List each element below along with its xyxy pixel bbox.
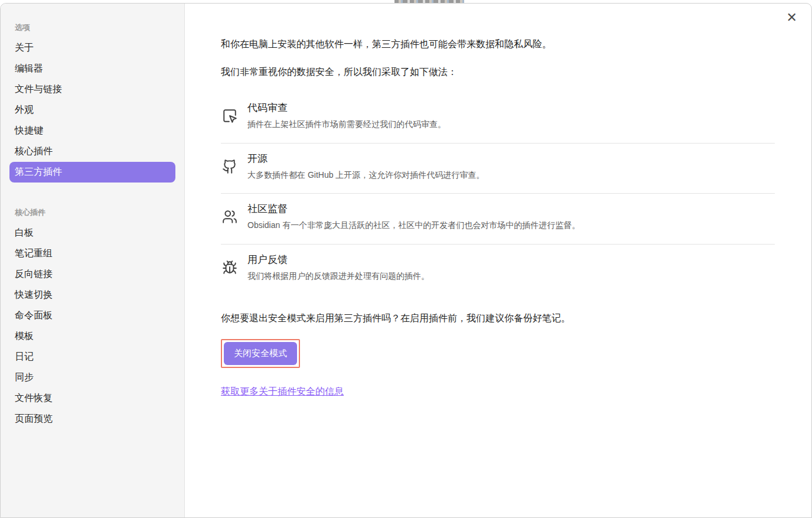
feature-desc: Obsidian 有一个非常庞大且活跃的社区，社区中的开发者们也会对市场中的插件… (247, 220, 580, 232)
sidebar-item-editor[interactable]: 编辑器 (9, 58, 175, 79)
intro-measures-text: 我们非常重视你的数据安全，所以我们采取了如下做法： (221, 66, 775, 79)
feature-text: 代码审查 插件在上架社区插件市场前需要经过我们的代码审查。 (247, 101, 446, 131)
button-highlight-annotation: 关闭安全模式 (221, 339, 300, 368)
feature-open-source: 开源 大多数插件都在 GitHub 上开源，这允许你对插件代码进行审查。 (221, 144, 775, 194)
sidebar-item-third-party-plugins[interactable]: 第三方插件 (9, 162, 175, 183)
feature-text: 开源 大多数插件都在 GitHub 上开源，这允许你对插件代码进行审查。 (247, 152, 484, 181)
sidebar-section-options-header: 选项 (15, 21, 170, 34)
bug-icon (222, 260, 237, 275)
users-icon (222, 209, 237, 224)
sidebar-item-hotkeys[interactable]: 快捷键 (9, 120, 175, 141)
sidebar-item-file-recovery[interactable]: 文件恢复 (9, 388, 175, 409)
feature-text: 社区监督 Obsidian 有一个非常庞大且活跃的社区，社区中的开发者们也会对市… (247, 202, 580, 232)
settings-sidebar: 选项 关于 编辑器 文件与链接 外观 快捷键 核心插件 第三方插件 核心插件 白… (1, 4, 185, 517)
sidebar-section-core-plugins-header: 核心插件 (15, 206, 170, 219)
safety-measures-list: 代码审查 插件在上架社区插件市场前需要经过我们的代码审查。 开源 大多数插件都在… (221, 93, 775, 294)
feature-title: 代码审查 (247, 101, 446, 115)
github-icon (222, 159, 237, 174)
sidebar-item-about[interactable]: 关于 (9, 38, 175, 58)
sidebar-item-sync[interactable]: 同步 (9, 367, 175, 388)
feature-title: 开源 (247, 152, 484, 165)
feature-desc: 大多数插件都在 GitHub 上开源，这允许你对插件代码进行审查。 (247, 170, 484, 181)
sidebar-item-appearance[interactable]: 外观 (9, 100, 175, 120)
feature-text: 用户反馈 我们将根据用户的反馈跟进并处理有问题的插件。 (247, 253, 429, 282)
safe-mode-question-text: 你想要退出安全模式来启用第三方插件吗？在启用插件前，我们建议你备份好笔记。 (221, 312, 775, 325)
sidebar-item-templates[interactable]: 模板 (9, 326, 175, 347)
feature-desc: 插件在上架社区插件市场前需要经过我们的代码审查。 (247, 119, 446, 131)
inspect-code-icon (222, 108, 237, 123)
feature-community-oversight: 社区监督 Obsidian 有一个非常庞大且活跃的社区，社区中的开发者们也会对市… (221, 194, 775, 245)
sidebar-item-note-composer[interactable]: 笔记重组 (9, 243, 175, 264)
sidebar-item-backlinks[interactable]: 反向链接 (9, 264, 175, 285)
sidebar-item-core-plugins[interactable]: 核心插件 (9, 141, 175, 162)
settings-dialog: 选项 关于 编辑器 文件与链接 外观 快捷键 核心插件 第三方插件 核心插件 白… (0, 3, 812, 518)
close-icon[interactable]: ✕ (784, 9, 800, 27)
turn-off-safe-mode-button[interactable]: 关闭安全模式 (224, 342, 297, 365)
feature-title: 社区监督 (247, 202, 580, 216)
feature-desc: 我们将根据用户的反馈跟进并处理有问题的插件。 (247, 271, 429, 282)
feature-title: 用户反馈 (247, 253, 429, 266)
intro-risk-text: 和你在电脑上安装的其他软件一样，第三方插件也可能会带来数据和隐私风险。 (221, 38, 775, 51)
plugin-security-info-link[interactable]: 获取更多关于插件安全的信息 (221, 386, 344, 396)
sidebar-item-page-preview[interactable]: 页面预览 (9, 409, 175, 429)
sidebar-item-files-links[interactable]: 文件与链接 (9, 79, 175, 100)
sidebar-item-command-palette[interactable]: 命令面板 (9, 305, 175, 326)
feature-user-feedback: 用户反馈 我们将根据用户的反馈跟进并处理有问题的插件。 (221, 245, 775, 295)
sidebar-item-quick-switcher[interactable]: 快速切换 (9, 285, 175, 305)
sidebar-item-daily-notes[interactable]: 日记 (9, 347, 175, 367)
sidebar-item-canvas[interactable]: 白板 (9, 223, 175, 243)
third-party-plugins-panel: ✕ 和你在电脑上安装的其他软件一样，第三方插件也可能会带来数据和隐私风险。 我们… (185, 4, 811, 517)
feature-code-review: 代码审查 插件在上架社区插件市场前需要经过我们的代码审查。 (221, 93, 775, 144)
